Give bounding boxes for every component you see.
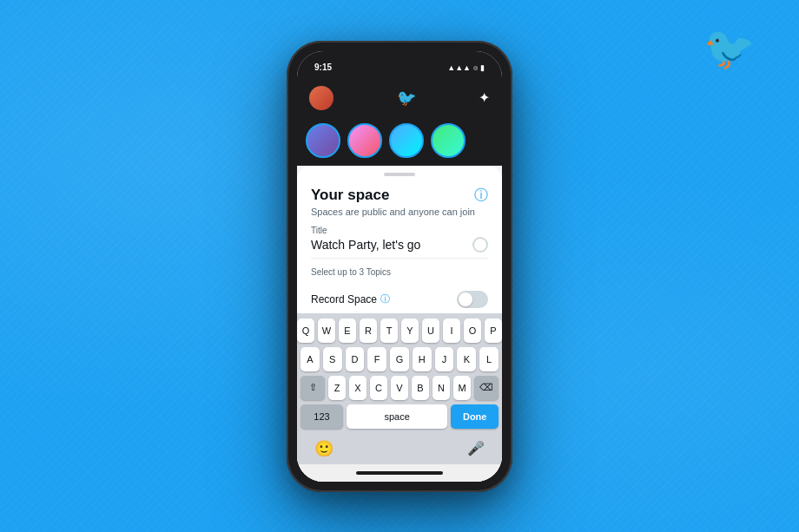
record-info-icon[interactable]: ⓘ: [380, 292, 390, 305]
modal-subtitle: Spaces are public and anyone can join: [311, 207, 488, 217]
key-s[interactable]: S: [323, 347, 342, 371]
key-t[interactable]: T: [380, 319, 398, 343]
key-g[interactable]: G: [390, 347, 409, 371]
signal-icon: ▲▲▲: [447, 63, 471, 72]
story-3[interactable]: [389, 123, 424, 158]
key-p[interactable]: P: [485, 319, 502, 343]
story-4[interactable]: [431, 123, 466, 158]
profile-avatar[interactable]: [309, 86, 333, 110]
key-shift[interactable]: ⇧: [300, 376, 325, 400]
phone-screen: 9:15 ▲▲▲ ⌾ ▮ 🐦 ✦: [297, 51, 502, 482]
modal-handle: [384, 173, 415, 176]
twitter-bird-icon: 🐦: [397, 89, 416, 108]
title-field-label: Title: [311, 226, 488, 235]
emoji-icon[interactable]: 🙂: [314, 439, 333, 458]
stories-row: [297, 117, 502, 166]
key-c[interactable]: C: [370, 376, 387, 400]
key-r[interactable]: R: [360, 319, 377, 343]
modal-content: Your space ⓘ Spaces are public and anyon…: [297, 180, 502, 313]
key-x[interactable]: X: [349, 376, 366, 400]
title-field[interactable]: Watch Party, let's go: [311, 237, 488, 259]
phone-mockup: 9:15 ▲▲▲ ⌾ ▮ 🐦 ✦: [287, 41, 512, 492]
key-j[interactable]: J: [435, 347, 454, 371]
modal-sheet: Your space ⓘ Spaces are public and anyon…: [297, 166, 502, 482]
key-i[interactable]: I: [443, 319, 460, 343]
mic-icon[interactable]: 🎤: [467, 440, 485, 456]
key-f[interactable]: F: [367, 347, 386, 371]
record-label: Record Space ⓘ: [311, 292, 390, 305]
key-z[interactable]: Z: [328, 376, 346, 400]
wifi-icon: ⌾: [473, 63, 478, 72]
twitter-logo-background: 🐦: [703, 24, 756, 73]
story-2[interactable]: [347, 123, 382, 158]
twitter-navbar: 🐦 ✦: [297, 79, 502, 117]
key-d[interactable]: D: [346, 347, 365, 371]
keyboard-row-2: A S D F G H J K L: [300, 347, 499, 371]
story-1[interactable]: [306, 123, 340, 158]
key-o[interactable]: O: [464, 319, 481, 343]
key-m[interactable]: M: [453, 376, 471, 400]
key-l[interactable]: L: [479, 347, 499, 371]
clear-icon[interactable]: [472, 237, 488, 253]
key-q[interactable]: Q: [297, 319, 314, 343]
modal-header: Your space ⓘ: [311, 187, 488, 205]
key-e[interactable]: E: [339, 319, 356, 343]
record-toggle[interactable]: [457, 291, 488, 308]
phone-bottom: [297, 464, 502, 482]
sparkle-icon[interactable]: ✦: [479, 89, 490, 106]
key-delete[interactable]: ⌫: [474, 376, 499, 400]
key-a[interactable]: A: [300, 347, 320, 371]
home-indicator: [356, 471, 443, 475]
key-u[interactable]: U: [422, 319, 439, 343]
keyboard-row-1: Q W E R T Y U I O P: [300, 319, 499, 343]
keyboard-row-3: ⇧ Z X C V B N M ⌫: [300, 376, 499, 400]
key-k[interactable]: K: [457, 347, 476, 371]
key-space[interactable]: space: [347, 404, 447, 429]
modal-title: Your space: [311, 187, 389, 204]
topics-label: Select up to 3 Topics: [311, 267, 488, 277]
keyboard: Q W E R T Y U I O P A S: [297, 313, 502, 433]
battery-icon: ▮: [480, 63, 485, 72]
help-icon[interactable]: ⓘ: [474, 187, 488, 205]
title-input-value: Watch Party, let's go: [311, 238, 420, 252]
status-bar: 9:15 ▲▲▲ ⌾ ▮: [297, 51, 502, 79]
record-space-row: Record Space ⓘ: [311, 291, 488, 308]
key-n[interactable]: N: [433, 376, 450, 400]
key-b[interactable]: B: [412, 376, 429, 400]
keyboard-accessory-bar: 🙂 🎤: [297, 433, 502, 464]
key-w[interactable]: W: [318, 319, 335, 343]
status-icons: ▲▲▲ ⌾ ▮: [447, 63, 485, 72]
status-time: 9:15: [314, 62, 332, 72]
key-numbers[interactable]: 123: [300, 404, 343, 429]
key-h[interactable]: H: [413, 347, 432, 371]
keyboard-row-bottom: 123 space Done: [300, 404, 499, 429]
key-done[interactable]: Done: [451, 404, 499, 429]
phone-frame: 9:15 ▲▲▲ ⌾ ▮ 🐦 ✦: [287, 41, 512, 492]
key-y[interactable]: Y: [401, 319, 419, 343]
key-v[interactable]: V: [391, 376, 408, 400]
